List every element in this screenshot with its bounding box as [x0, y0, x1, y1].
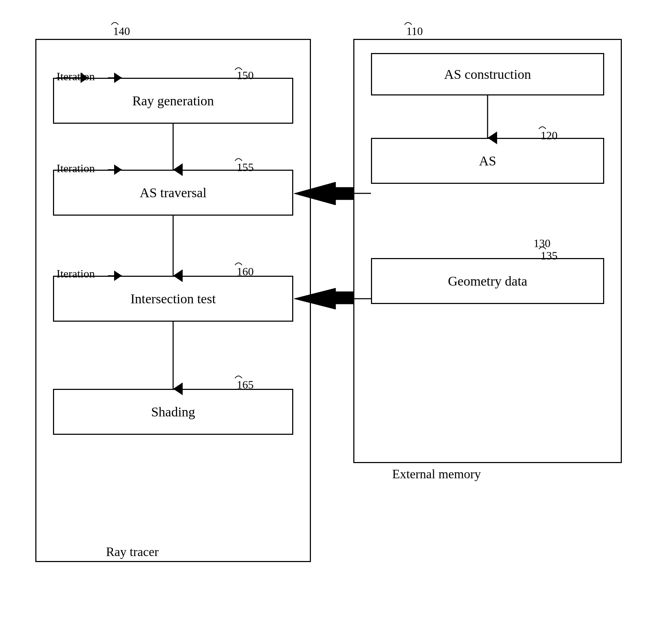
ref-155: 155: [237, 161, 254, 174]
ray-generation-label: Ray generation: [132, 93, 214, 109]
ref-160: 160: [237, 265, 254, 278]
external-memory-label: External memory: [392, 467, 481, 481]
geometry-data-label: Geometry data: [448, 273, 527, 289]
geometry-data-block: Geometry data: [371, 258, 604, 304]
iteration-label-2: Iteration: [57, 162, 95, 175]
external-memory-box: [353, 39, 622, 463]
as-label: AS: [479, 153, 496, 169]
as-traversal-label: AS traversal: [140, 185, 207, 200]
ref-130: 130: [534, 237, 550, 250]
ref-135: 135: [541, 249, 558, 262]
as-traversal-block: AS traversal: [53, 170, 293, 216]
ref-120: 120: [541, 129, 558, 142]
shading-block: Shading: [53, 389, 293, 435]
label-140: 140: [113, 25, 130, 38]
ray-generation-block: Ray generation: [53, 78, 293, 124]
shading-label: Shading: [151, 404, 195, 420]
ref-165: 165: [237, 378, 254, 391]
diagram-container: 140 Ray tracer 110 External memory Ray g…: [18, 18, 654, 619]
intersection-test-label: Intersection test: [130, 291, 216, 306]
label-110: 110: [406, 25, 423, 38]
iteration-label-1: Iteration: [57, 70, 95, 83]
ray-tracer-label: Ray tracer: [106, 544, 159, 559]
as-block: AS: [371, 138, 604, 184]
as-construction-block: AS construction: [371, 53, 604, 95]
intersection-test-block: Intersection test: [53, 276, 293, 322]
ref-150: 150: [237, 69, 254, 82]
iteration-label-3: Iteration: [57, 267, 95, 280]
as-construction-label: AS construction: [444, 66, 531, 82]
